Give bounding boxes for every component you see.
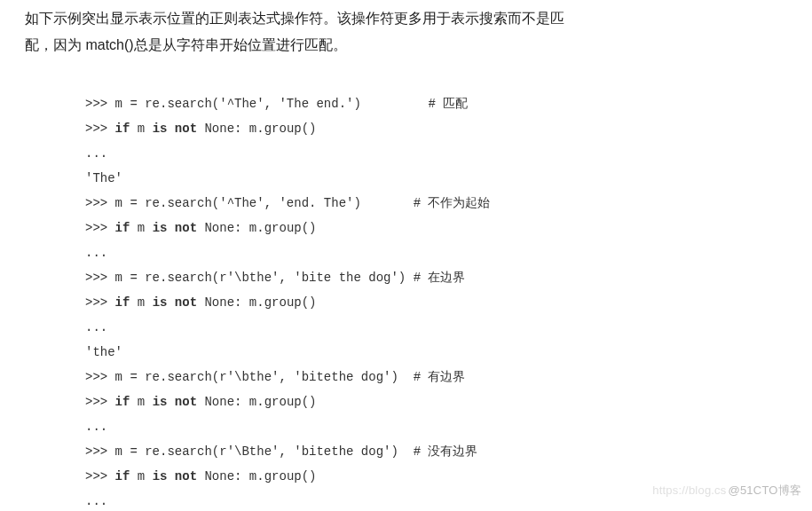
code-line: >>> m = re.search('^The', 'end. The') # … — [85, 196, 490, 210]
code-line: ... — [85, 320, 107, 334]
code-line: >>> m = re.search(r'\bthe', 'bitethe dog… — [85, 370, 465, 384]
code-line: >>> if m is not None: m.group() — [85, 295, 316, 310]
code-line: >>> if m is not None: m.group() — [85, 221, 316, 235]
code-line: >>> m = re.search(r'\Bthe', 'bitethe dog… — [85, 444, 477, 459]
code-line: ... — [85, 146, 107, 161]
code-line: ... — [85, 494, 107, 508]
explanatory-paragraph: 如下示例突出显示表示位置的正则表达式操作符。该操作符更多用于表示搜索而不是匹 配… — [0, 0, 812, 59]
code-line: 'the' — [85, 345, 122, 359]
code-line: >>> m = re.search('^The', 'The end.') # … — [85, 97, 468, 111]
code-line: >>> if m is not None: m.group() — [85, 395, 316, 409]
code-line: ... — [85, 420, 107, 434]
paragraph-line-2: 配，因为 match()总是从字符串开始位置进行匹配。 — [25, 37, 347, 52]
code-line: >>> if m is not None: m.group() — [85, 469, 316, 483]
code-line: 'The' — [85, 171, 122, 185]
paragraph-line-1: 如下示例突出显示表示位置的正则表达式操作符。该操作符更多用于表示搜索而不是匹 — [25, 11, 564, 26]
code-line: >>> m = re.search(r'\bthe', 'bite the do… — [85, 271, 465, 285]
code-line: ... — [85, 246, 107, 260]
code-line: >>> if m is not None: m.group() — [85, 122, 316, 136]
code-sample: >>> m = re.search('^The', 'The end.') # … — [85, 67, 812, 511]
